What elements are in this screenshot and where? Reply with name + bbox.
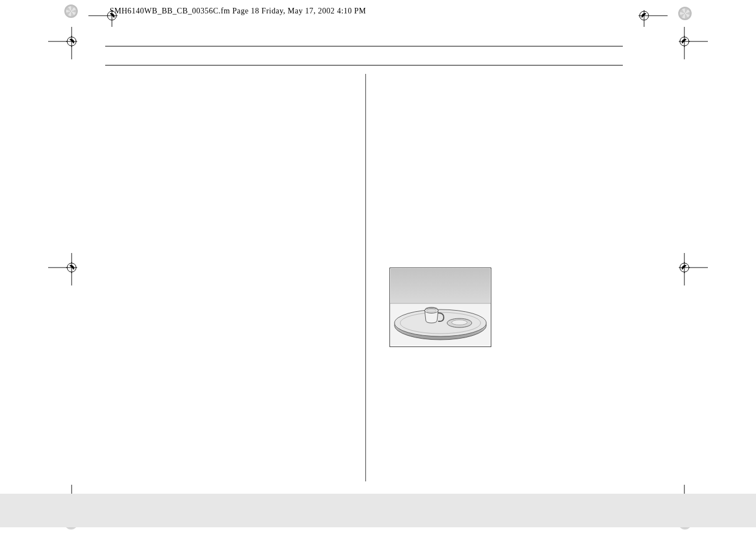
registration-mark-icon <box>635 4 668 27</box>
svg-point-54 <box>452 320 467 325</box>
registration-circle-icon <box>64 4 78 18</box>
registration-mark-icon <box>675 253 708 275</box>
microwave-illustration <box>389 268 491 347</box>
page-header-text: SMH6140WB_BB_CB_00356C.fm Page 18 Friday… <box>110 7 366 16</box>
registration-mark-icon <box>675 27 708 49</box>
page-footer-bar <box>0 494 756 527</box>
horizontal-rule <box>105 65 623 65</box>
registration-mark-icon <box>48 27 81 49</box>
horizontal-rule <box>105 46 623 46</box>
registration-mark-icon <box>48 253 81 275</box>
column-divider <box>365 74 366 481</box>
svg-point-52 <box>426 309 436 312</box>
document-page: SMH6140WB_BB_CB_00356C.fm Page 18 Friday… <box>0 0 756 534</box>
registration-circle-icon <box>678 7 692 20</box>
registration-mark-icon <box>88 4 121 27</box>
